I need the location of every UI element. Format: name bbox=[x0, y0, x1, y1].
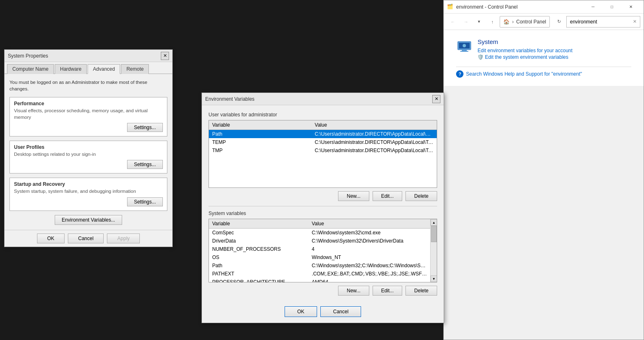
scrollbar: ▲ ▼ bbox=[430, 219, 437, 282]
search-clear-btn[interactable]: ✕ bbox=[633, 19, 637, 24]
env-dialog-titlebar: Environment Variables ✕ bbox=[202, 93, 444, 105]
user-profiles-section: User Profiles Desktop settings related t… bbox=[9, 141, 167, 173]
edit-user-env-link[interactable]: Edit environment variables for your acco… bbox=[477, 48, 572, 53]
sys-props-footer: OK Cancel Apply bbox=[5, 230, 172, 247]
sys-props-tabs: Computer Name Hardware Advanced Remote bbox=[5, 62, 172, 74]
system-props-dialog: System Properties ✕ Computer Name Hardwa… bbox=[4, 49, 173, 247]
search-input[interactable] bbox=[570, 19, 628, 25]
svg-rect-3 bbox=[460, 51, 468, 52]
env-dialog-body: User variables for administrator Variabl… bbox=[202, 105, 444, 302]
sys-props-close-btn[interactable]: ✕ bbox=[161, 52, 169, 60]
performance-section: Performance Visual effects, processor sc… bbox=[9, 97, 167, 136]
user-profiles-desc: Desktop settings related to your sign-in bbox=[14, 151, 163, 157]
user-profiles-settings-btn[interactable]: Settings... bbox=[127, 160, 163, 169]
table-row[interactable]: Path C:\Windows\system32;C:\Windows;C:\W… bbox=[209, 261, 430, 270]
help-link[interactable]: ? Search Windows Help and Support for "e… bbox=[456, 70, 631, 78]
startup-recovery-desc: System startup, system failure, and debu… bbox=[14, 188, 163, 194]
user-edit-btn[interactable]: Edit... bbox=[373, 191, 403, 201]
up-btn[interactable]: ↑ bbox=[486, 16, 498, 28]
breadcrumb: 🏠 › Control Panel bbox=[500, 16, 550, 28]
sys-var-procarch-value: AMD64 bbox=[308, 278, 430, 282]
edit-system-env-link[interactable]: 🛡️ Edit the system environment variables bbox=[477, 54, 572, 60]
startup-recovery-settings-btn[interactable]: Settings... bbox=[127, 197, 163, 206]
scrollbar-down-btn[interactable]: ▼ bbox=[431, 275, 437, 282]
table-row[interactable]: TMP C:\Users\administrator.DIRECTOR\AppD… bbox=[209, 146, 437, 155]
scrollbar-up-btn[interactable]: ▲ bbox=[431, 219, 437, 226]
sys-var-pathext-value: .COM;.EXE;.BAT;.CMD;.VBS;.VBE;.JS;.JSE;.… bbox=[308, 270, 430, 278]
user-vars-col-value: Value bbox=[311, 120, 437, 130]
cp-window-title: environment - Control Panel bbox=[456, 4, 584, 10]
sys-var-comspec-value: C:\Windows\system32\cmd.exe bbox=[308, 229, 430, 237]
sys-props-cancel-btn[interactable]: Cancel bbox=[68, 234, 104, 243]
sys-delete-btn[interactable]: Delete bbox=[405, 286, 437, 296]
performance-settings-btn[interactable]: Settings... bbox=[127, 123, 163, 132]
question-icon: ? bbox=[456, 70, 463, 78]
user-vars-col-variable: Variable bbox=[209, 120, 311, 130]
user-vars-title: User variables for administrator bbox=[208, 112, 437, 118]
system-vars-table: Variable Value ComSpec C:\Windows\system… bbox=[209, 219, 430, 282]
table-row[interactable]: DriverData C:\Windows\System32\Drivers\D… bbox=[209, 237, 430, 245]
table-row[interactable]: NUMBER_OF_PROCESSORS 4 bbox=[209, 245, 430, 253]
tab-remote[interactable]: Remote bbox=[121, 64, 149, 74]
sys-props-apply-btn[interactable]: Apply bbox=[107, 234, 140, 243]
sys-var-os-name: OS bbox=[209, 253, 308, 261]
link1-text: Edit environment variables for your acco… bbox=[477, 48, 572, 53]
sys-props-titlebar: System Properties ✕ bbox=[5, 50, 172, 62]
performance-desc: Visual effects, processor scheduling, me… bbox=[14, 107, 163, 120]
system-header: System Edit environment variables for yo… bbox=[456, 38, 631, 60]
cp-minimize-btn[interactable]: ─ bbox=[584, 0, 602, 14]
user-vars-table: Variable Value Path C:\Users\administrat… bbox=[209, 120, 437, 155]
svg-rect-2 bbox=[462, 50, 467, 51]
sys-props-ok-btn[interactable]: OK bbox=[37, 234, 65, 243]
sys-var-numproc-value: 4 bbox=[308, 245, 430, 253]
titlebar-controls: ─ □ ✕ bbox=[584, 0, 640, 14]
sys-var-os-value: Windows_NT bbox=[308, 253, 430, 261]
sys-vars-col-value: Value bbox=[308, 219, 430, 229]
table-row[interactable]: Path C:\Users\administrator.DIRECTOR\App… bbox=[209, 130, 437, 139]
cp-maximize-btn[interactable]: □ bbox=[602, 0, 621, 14]
env-cancel-btn[interactable]: Cancel bbox=[320, 306, 361, 317]
table-row[interactable]: ComSpec C:\Windows\system32\cmd.exe bbox=[209, 229, 430, 237]
cp-close-btn[interactable]: ✕ bbox=[621, 0, 640, 14]
sys-new-btn[interactable]: New... bbox=[338, 286, 369, 296]
breadcrumb-arrow: › bbox=[512, 19, 514, 25]
user-var-temp-name: TEMP bbox=[209, 138, 311, 146]
control-panel-titlebar: 🗂️ environment - Control Panel ─ □ ✕ bbox=[444, 0, 644, 14]
address-bar: ← → ▾ ↑ 🏠 › Control Panel ↻ ✕ bbox=[444, 14, 644, 30]
env-dialog-footer: OK Cancel bbox=[202, 302, 444, 323]
sys-var-numproc-name: NUMBER_OF_PROCESSORS bbox=[209, 245, 308, 253]
shield-icon: 🛡️ bbox=[477, 54, 483, 60]
dropdown-btn[interactable]: ▾ bbox=[473, 16, 485, 28]
env-dialog-close-btn[interactable]: ✕ bbox=[432, 95, 440, 103]
user-vars-table-container: Variable Value Path C:\Users\administrat… bbox=[208, 120, 437, 188]
env-vars-btn[interactable]: Environment Variables... bbox=[55, 215, 122, 225]
env-ok-btn[interactable]: OK bbox=[285, 306, 317, 317]
sys-var-driverdata-name: DriverData bbox=[209, 237, 308, 245]
table-row[interactable]: TEMP C:\Users\administrator.DIRECTOR\App… bbox=[209, 138, 437, 146]
search-box: ✕ bbox=[566, 16, 640, 28]
table-row[interactable]: OS Windows_NT bbox=[209, 253, 430, 261]
env-variables-dialog: Environment Variables ✕ User variables f… bbox=[202, 93, 444, 323]
system-title: System bbox=[477, 38, 572, 45]
table-row[interactable]: PROCESSOR_ARCHITECTURE AMD64 bbox=[209, 278, 430, 282]
tab-computer-name[interactable]: Computer Name bbox=[7, 64, 54, 74]
tab-hardware[interactable]: Hardware bbox=[55, 64, 87, 74]
help-link-text: Search Windows Help and Support for "env… bbox=[466, 71, 582, 77]
scrollbar-thumb[interactable] bbox=[431, 226, 437, 242]
back-btn[interactable]: ← bbox=[447, 16, 459, 28]
user-new-btn[interactable]: New... bbox=[338, 191, 369, 201]
user-vars-buttons: New... Edit... Delete bbox=[208, 191, 437, 201]
tab-advanced[interactable]: Advanced bbox=[88, 64, 120, 74]
forward-btn[interactable]: → bbox=[460, 16, 472, 28]
table-row[interactable]: PATHEXT .COM;.EXE;.BAT;.CMD;.VBS;.VBE;.J… bbox=[209, 270, 430, 278]
user-delete-btn[interactable]: Delete bbox=[405, 191, 437, 201]
performance-title: Performance bbox=[14, 101, 163, 106]
sys-edit-btn[interactable]: Edit... bbox=[373, 286, 403, 296]
system-vars-table-container: Variable Value ComSpec C:\Windows\system… bbox=[208, 219, 437, 282]
user-profiles-title: User Profiles bbox=[14, 144, 163, 150]
sys-vars-col-variable: Variable bbox=[209, 219, 308, 229]
refresh-btn[interactable]: ↻ bbox=[553, 16, 565, 28]
sys-var-pathext-name: PATHEXT bbox=[209, 270, 308, 278]
sys-var-path-name: Path bbox=[209, 261, 308, 270]
user-var-path-value: C:\Users\administrator.DIRECTOR\AppData\… bbox=[311, 130, 437, 139]
